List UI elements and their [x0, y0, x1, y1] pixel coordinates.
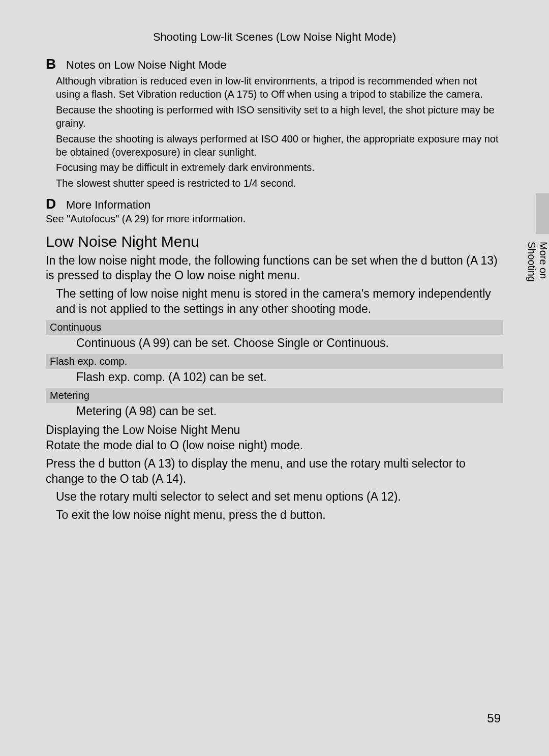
- moreinfo-heading: More Information: [66, 198, 150, 212]
- menu-intro: In the low noise night mode, the followi…: [46, 253, 503, 284]
- menu-item-desc: Metering (A 98) can be set.: [76, 404, 503, 419]
- side-tab-label: More on Shooting: [536, 242, 549, 313]
- notes-bullet: Although vibration is reduced even in lo…: [56, 74, 503, 101]
- display-line: Press the d button (A 13) to display the…: [46, 456, 503, 487]
- menu-item-label: Metering: [46, 388, 503, 403]
- moreinfo-heading-row: D More Information: [46, 196, 503, 212]
- side-tab: More on Shooting: [536, 193, 549, 313]
- moreinfo-text: See "Autofocus" (A 29) for more informat…: [46, 212, 503, 225]
- notes-bullet: Focusing may be difficult in extremely d…: [56, 161, 503, 174]
- notes-bullet: The slowest shutter speed is restricted …: [56, 177, 503, 190]
- notes-icon: B: [46, 56, 66, 72]
- notes-bullet: Because the shooting is performed with I…: [56, 103, 503, 130]
- side-tab-indicator: [536, 193, 549, 234]
- menu-title: Low Noise Night Menu: [46, 233, 503, 250]
- notes-heading: Notes on Low Noise Night Mode: [66, 59, 227, 72]
- page-container: Shooting Low-lit Scenes (Low Noise Night…: [0, 0, 549, 756]
- moreinfo-icon: D: [46, 196, 66, 212]
- display-line: Rotate the mode dial to O (low noise nig…: [46, 438, 503, 453]
- page-number: 59: [487, 711, 501, 725]
- page-header-title: Shooting Low-lit Scenes (Low Noise Night…: [46, 31, 503, 44]
- display-bullet: To exit the low noise night menu, press …: [56, 508, 503, 523]
- menu-item-desc: Continuous (A 99) can be set. Choose Sin…: [76, 336, 503, 351]
- menu-item-desc: Flash exp. comp. (A 102) can be set.: [76, 370, 503, 385]
- notes-bullet: Because the shooting is always performed…: [56, 132, 503, 159]
- menu-item-label: Continuous: [46, 320, 503, 335]
- display-subheading: Displaying the Low Noise Night Menu: [46, 423, 503, 437]
- menu-item-label: Flash exp. comp.: [46, 354, 503, 369]
- notes-heading-row: B Notes on Low Noise Night Mode: [46, 56, 503, 72]
- display-bullet: Use the rotary multi selector to select …: [56, 489, 503, 505]
- menu-note: The setting of low noise night menu is s…: [56, 286, 503, 317]
